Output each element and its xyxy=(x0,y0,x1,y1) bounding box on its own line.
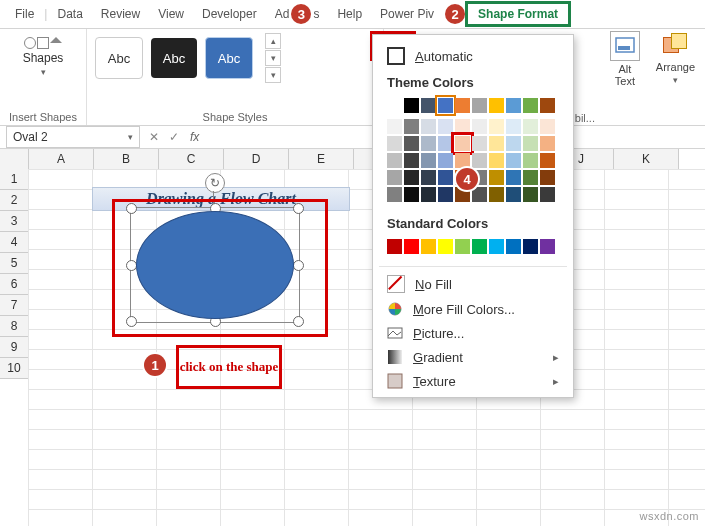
color-swatch[interactable] xyxy=(472,239,487,254)
color-swatch[interactable] xyxy=(540,136,555,151)
color-swatch[interactable] xyxy=(540,239,555,254)
color-swatch[interactable] xyxy=(387,187,402,202)
color-swatch[interactable] xyxy=(489,136,504,151)
color-swatch[interactable] xyxy=(404,153,419,168)
row-header[interactable]: 6 xyxy=(0,274,29,295)
color-swatch[interactable] xyxy=(421,136,436,151)
color-swatch[interactable] xyxy=(421,153,436,168)
color-swatch[interactable] xyxy=(404,119,419,134)
color-swatch[interactable] xyxy=(421,187,436,202)
color-swatch[interactable] xyxy=(506,98,521,113)
color-swatch[interactable] xyxy=(404,170,419,185)
texture-fill[interactable]: Texture ▸ xyxy=(373,369,573,393)
picture-fill[interactable]: Picture... xyxy=(373,321,573,345)
style-preset-3[interactable]: Abc xyxy=(205,37,253,79)
row-header[interactable]: 5 xyxy=(0,253,29,274)
gallery-more-icon[interactable]: ▾ xyxy=(265,67,281,83)
color-swatch[interactable] xyxy=(404,187,419,202)
color-swatch[interactable] xyxy=(540,98,555,113)
color-swatch[interactable] xyxy=(523,119,538,134)
tab-shape-format[interactable]: Shape Format xyxy=(465,1,571,27)
gallery-down-icon[interactable]: ▾ xyxy=(265,50,281,66)
more-fill-colors[interactable]: More Fill Colors... xyxy=(373,297,573,321)
col-header[interactable]: D xyxy=(224,149,289,169)
color-swatch[interactable] xyxy=(523,136,538,151)
tab-review[interactable]: Review xyxy=(92,2,149,26)
name-box[interactable]: Oval 2 ▾ xyxy=(6,126,140,148)
color-swatch[interactable] xyxy=(472,153,487,168)
oval-shape[interactable] xyxy=(136,211,294,319)
color-swatch[interactable] xyxy=(421,239,436,254)
color-swatch[interactable] xyxy=(506,187,521,202)
color-swatch[interactable] xyxy=(404,136,419,151)
tab-data[interactable]: Data xyxy=(48,2,91,26)
row-header[interactable]: 3 xyxy=(0,211,29,232)
col-header[interactable]: K xyxy=(614,149,679,169)
arrange-button[interactable]: Arrange ▾ xyxy=(656,31,695,85)
color-swatch[interactable] xyxy=(506,136,521,151)
color-swatch[interactable] xyxy=(472,119,487,134)
resize-handle[interactable] xyxy=(293,203,304,214)
resize-handle[interactable] xyxy=(293,316,304,327)
color-swatch[interactable] xyxy=(523,170,538,185)
color-swatch[interactable] xyxy=(438,187,453,202)
color-swatch[interactable] xyxy=(438,119,453,134)
tab-developer[interactable]: Developer xyxy=(193,2,266,26)
color-swatch[interactable] xyxy=(472,187,487,202)
tab-addins-right[interactable]: s xyxy=(311,2,328,26)
color-swatch[interactable] xyxy=(540,187,555,202)
row-header[interactable]: 9 xyxy=(0,337,29,358)
fill-automatic[interactable]: Automatic xyxy=(373,43,573,69)
enter-formula-icon[interactable]: ✓ xyxy=(164,130,184,144)
color-swatch[interactable] xyxy=(472,98,487,113)
row-header[interactable]: 10 xyxy=(0,358,29,379)
tab-help[interactable]: Help xyxy=(328,2,371,26)
color-swatch[interactable] xyxy=(438,153,453,168)
color-swatch[interactable] xyxy=(421,119,436,134)
color-swatch[interactable] xyxy=(404,239,419,254)
tab-file[interactable]: File xyxy=(6,2,43,26)
color-swatch[interactable] xyxy=(455,153,470,168)
select-all-corner[interactable] xyxy=(0,149,29,169)
color-swatch[interactable] xyxy=(404,98,419,113)
style-preset-2[interactable]: Abc xyxy=(151,38,197,78)
color-swatch[interactable] xyxy=(489,98,504,113)
shape-style-gallery[interactable]: Abc Abc Abc ▴ ▾ ▾ xyxy=(95,33,375,83)
gradient-fill[interactable]: Gradient ▸ xyxy=(373,345,573,369)
color-swatch[interactable] xyxy=(421,170,436,185)
shapes-gallery-button[interactable]: Shapes ▾ xyxy=(8,33,78,81)
color-swatch[interactable] xyxy=(523,153,538,168)
color-swatch[interactable] xyxy=(438,170,453,185)
color-swatch[interactable] xyxy=(387,98,402,113)
style-preset-1[interactable]: Abc xyxy=(95,37,143,79)
color-swatch[interactable] xyxy=(523,98,538,113)
no-fill[interactable]: No Fill xyxy=(373,271,573,297)
color-swatch[interactable] xyxy=(506,153,521,168)
tab-powerpivot[interactable]: Power Piv xyxy=(371,2,443,26)
resize-handle[interactable] xyxy=(293,260,304,271)
color-swatch[interactable] xyxy=(438,136,453,151)
tab-view[interactable]: View xyxy=(149,2,193,26)
color-swatch[interactable] xyxy=(472,136,487,151)
alt-text-button[interactable]: Alt Text xyxy=(610,31,640,87)
tab-addins-left[interactable]: Ad xyxy=(266,2,292,26)
color-swatch[interactable] xyxy=(489,119,504,134)
color-swatch[interactable] xyxy=(506,170,521,185)
color-swatch[interactable] xyxy=(387,170,402,185)
color-swatch[interactable] xyxy=(421,98,436,113)
color-swatch[interactable] xyxy=(489,187,504,202)
color-swatch[interactable] xyxy=(438,98,453,113)
color-swatch[interactable] xyxy=(540,170,555,185)
color-swatch[interactable] xyxy=(489,153,504,168)
row-header[interactable]: 8 xyxy=(0,316,29,337)
col-header[interactable]: E xyxy=(289,149,354,169)
color-swatch[interactable] xyxy=(387,153,402,168)
color-swatch[interactable] xyxy=(387,239,402,254)
spreadsheet-grid[interactable]: A B C D E F J K 1 2 3 4 5 6 7 8 9 10 Dra… xyxy=(0,149,705,526)
color-swatch[interactable] xyxy=(523,239,538,254)
row-header[interactable]: 4 xyxy=(0,232,29,253)
color-swatch[interactable] xyxy=(489,239,504,254)
color-swatch[interactable] xyxy=(540,153,555,168)
color-swatch[interactable] xyxy=(455,239,470,254)
cancel-formula-icon[interactable]: ✕ xyxy=(144,130,164,144)
